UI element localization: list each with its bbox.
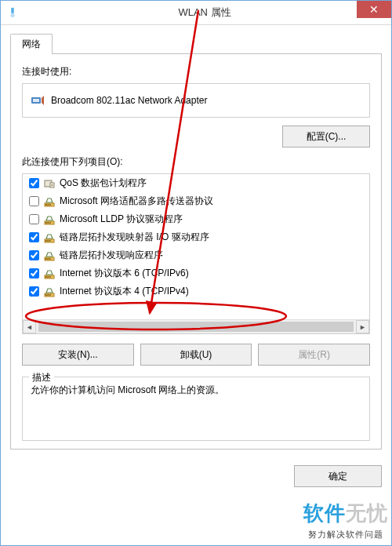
scroll-right-button[interactable]: ► [356, 320, 369, 333]
item-checkbox[interactable] [29, 196, 39, 206]
svg-rect-28 [45, 294, 47, 296]
tab-panel-network: 连接时使用: Broadcom 802.11ac Network Adapter… [10, 54, 382, 450]
list-item[interactable]: 链路层拓扑发现响应程序 [23, 246, 369, 264]
svg-rect-18 [49, 240, 51, 242]
listbox-inner[interactable]: QoS 数据包计划程序Microsoft 网络适配器多路传送器协议Microso… [23, 174, 369, 319]
protocol-icon [44, 214, 55, 225]
install-button[interactable]: 安装(N)... [22, 344, 134, 366]
watermark-logo: 软件无忧 [303, 500, 388, 527]
wlan-properties-window: WLAN 属性 ✕ 网络 连接时使用: Broadcom 802.11ac Ne… [0, 0, 392, 546]
list-item[interactable]: 链路层拓扑发现映射器 I/O 驱动程序 [23, 228, 369, 246]
list-item[interactable]: Microsoft 网络适配器多路传送器协议 [23, 192, 369, 210]
svg-point-6 [51, 184, 53, 186]
svg-rect-16 [45, 240, 47, 242]
network-adapter-icon [31, 93, 45, 107]
item-label: Internet 协议版本 4 (TCP/IPv4) [60, 285, 189, 298]
watermark: 软件无忧 努力解决软件问题 [303, 500, 388, 541]
qos-icon [44, 178, 55, 189]
item-label: Microsoft LLDP 协议驱动程序 [60, 213, 183, 226]
svg-rect-14 [49, 222, 51, 224]
item-label: Internet 协议版本 6 (TCP/IPv6) [60, 267, 189, 280]
item-label: 链路层拓扑发现映射器 I/O 驱动程序 [60, 231, 209, 244]
svg-rect-12 [45, 222, 47, 224]
items-label: 此连接使用下列项目(O): [22, 155, 370, 169]
item-label: 链路层拓扑发现响应程序 [60, 249, 163, 262]
item-checkbox[interactable] [29, 250, 39, 260]
description-legend: 描述 [29, 371, 54, 384]
watermark-brand-b: 无忧 [346, 501, 388, 525]
dialog-buttons: 确定 [10, 465, 382, 487]
window-title: WLAN 属性 [18, 5, 391, 20]
button-label: 安装(N)... [58, 348, 98, 362]
item-label: QoS 数据包计划程序 [60, 177, 147, 190]
button-label: 配置(C)... [307, 130, 347, 144]
svg-rect-0 [11, 8, 14, 13]
description-text: 允许你的计算机访问 Microsoft 网络上的资源。 [31, 384, 361, 429]
button-label: 卸载(U) [180, 348, 212, 362]
window-icon [7, 7, 18, 18]
protocol-icon [44, 286, 55, 297]
components-listbox: QoS 数据包计划程序Microsoft 网络适配器多路传送器协议Microso… [22, 173, 370, 334]
list-item[interactable]: Microsoft LLDP 协议驱动程序 [23, 210, 369, 228]
connect-using-label: 连接时使用: [22, 65, 370, 78]
protocol-icon [44, 250, 55, 261]
svg-rect-13 [48, 222, 49, 224]
configure-button[interactable]: 配置(C)... [282, 126, 370, 147]
client-area: 网络 连接时使用: Broadcom 802.11ac Network Adap… [1, 25, 391, 493]
svg-rect-17 [48, 240, 49, 242]
protocol-icon [44, 268, 55, 279]
description-group: 描述 允许你的计算机访问 Microsoft 网络上的资源。 [22, 377, 370, 441]
item-checkbox[interactable] [29, 268, 39, 278]
svg-rect-20 [45, 258, 47, 260]
scroll-thumb[interactable] [38, 322, 354, 332]
svg-rect-9 [48, 204, 49, 206]
svg-point-1 [10, 13, 14, 17]
adapter-box[interactable]: Broadcom 802.11ac Network Adapter [22, 83, 370, 118]
properties-button[interactable]: 属性(R) [258, 344, 370, 366]
list-item[interactable]: Internet 协议版本 6 (TCP/IPv6) [23, 264, 369, 282]
svg-rect-21 [48, 258, 49, 260]
item-label: Microsoft 网络适配器多路传送器协议 [60, 195, 213, 208]
svg-rect-29 [48, 294, 49, 296]
item-checkbox[interactable] [29, 178, 39, 188]
item-checkbox[interactable] [29, 232, 39, 242]
component-buttons: 安装(N)... 卸载(U) 属性(R) [22, 344, 370, 366]
protocol-icon [44, 196, 55, 207]
svg-rect-22 [49, 258, 51, 260]
watermark-brand-a: 软件 [303, 501, 346, 525]
svg-rect-26 [49, 276, 51, 278]
list-item[interactable]: Internet 协议版本 4 (TCP/IPv4) [23, 282, 369, 300]
close-button[interactable]: ✕ [357, 1, 391, 18]
titlebar: WLAN 属性 ✕ [1, 1, 391, 25]
uninstall-button[interactable]: 卸载(U) [140, 344, 252, 366]
svg-rect-8 [45, 204, 47, 206]
svg-rect-24 [45, 276, 47, 278]
protocol-icon [44, 232, 55, 243]
close-icon: ✕ [369, 4, 379, 15]
watermark-tagline: 努力解决软件问题 [303, 529, 388, 541]
button-label: 属性(R) [298, 348, 330, 362]
svg-rect-3 [33, 99, 39, 102]
list-item[interactable]: QoS 数据包计划程序 [23, 174, 369, 192]
scroll-left-button[interactable]: ◄ [23, 320, 36, 333]
item-checkbox[interactable] [29, 214, 39, 224]
item-checkbox[interactable] [29, 286, 39, 297]
tab-network[interactable]: 网络 [10, 34, 53, 54]
svg-rect-25 [48, 276, 49, 278]
svg-rect-30 [49, 294, 51, 296]
tab-label: 网络 [22, 38, 41, 49]
svg-rect-10 [49, 204, 51, 206]
ok-button[interactable]: 确定 [294, 465, 382, 487]
horizontal-scrollbar[interactable]: ◄ ► [23, 319, 369, 333]
tabstrip: 网络 [10, 33, 382, 54]
button-label: 确定 [328, 470, 347, 483]
adapter-name: Broadcom 802.11ac Network Adapter [51, 95, 207, 106]
